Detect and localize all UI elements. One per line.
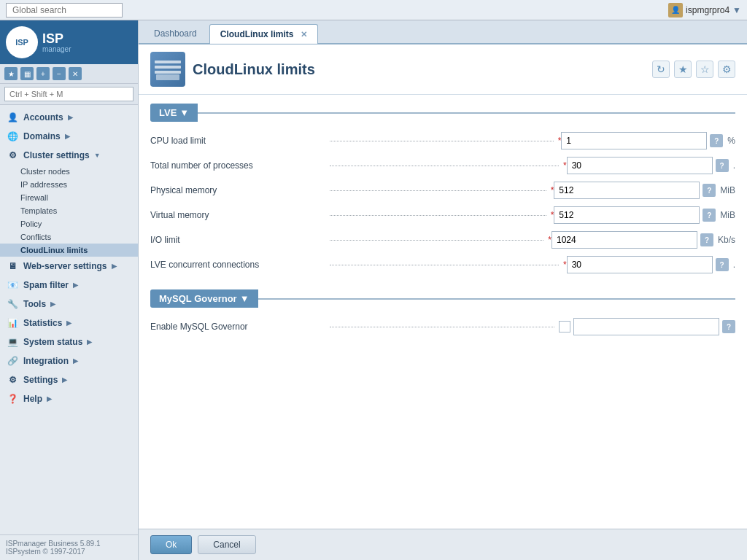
sidebar-subitem-firewall[interactable]: Firewall	[0, 191, 138, 204]
sidebar-nav: 👤 Accounts ▶ 🌐 Domains ▶ ⚙ Cluster setti…	[0, 105, 138, 534]
mysql-help-button[interactable]: ?	[722, 320, 735, 333]
virtual-memory-input[interactable]	[554, 206, 700, 224]
toolbar-close-icon[interactable]: ✕	[69, 67, 82, 80]
cpu-help-button[interactable]: ?	[710, 134, 723, 147]
page-header-left: CloudLinux limits	[150, 52, 315, 87]
io-help-button[interactable]: ?	[700, 233, 713, 246]
virtual-unit: MiB	[720, 210, 735, 220]
enable-mysql-input-wrap: ?	[559, 318, 735, 335]
sidebar-subitem-templates[interactable]: Templates	[0, 204, 138, 217]
cancel-button[interactable]: Cancel	[198, 535, 255, 554]
form-row-physical-memory: Physical memory * ? MiB	[150, 182, 735, 199]
cpu-load-limit-input[interactable]	[561, 132, 707, 149]
sidebar-item-tools[interactable]: 🔧 Tools ▶	[0, 295, 138, 314]
mysql-section: MySQL Governor ▼ Enable MySQL Governor ?	[139, 289, 747, 351]
cluster-settings-arrow: ▼	[94, 152, 101, 159]
tab-cloudlinux-limits[interactable]: CloudLinux limits ✕	[209, 24, 318, 44]
sidebar-search-input[interactable]	[4, 87, 133, 101]
sidebar-item-cluster-settings[interactable]: ⚙ Cluster settings ▼	[0, 146, 138, 165]
domains-arrow: ▶	[65, 133, 70, 140]
logo-brand: ISP	[42, 32, 71, 45]
mysql-title-button[interactable]: MySQL Governor ▼	[150, 289, 258, 308]
logo-circle: ISP	[6, 26, 38, 58]
tab-close-icon[interactable]: ✕	[301, 30, 307, 39]
sidebar-subitem-cloudlinux-limits[interactable]: CloudLinux limits	[0, 244, 138, 257]
virtual-help-button[interactable]: ?	[703, 209, 716, 222]
sidebar-item-help[interactable]: ❓ Help ▶	[0, 389, 138, 408]
processes-help-button[interactable]: ?	[716, 159, 729, 172]
sidebar-item-accounts[interactable]: 👤 Accounts ▶	[0, 108, 138, 127]
lve-connections-dots	[330, 265, 559, 265]
sidebar: ISP ISP manager ★ ▦ + − ✕ 👤 Accounts ▶	[0, 20, 139, 560]
enable-mysql-checkbox[interactable]	[559, 321, 570, 332]
lve-connections-label: LVE concurrent connections	[150, 260, 325, 270]
physical-unit: MiB	[720, 185, 735, 195]
settings-icon: ⚙	[6, 373, 19, 386]
top-bar-right: 👤 ispmgrpro4 ▼	[668, 3, 741, 18]
refresh-button[interactable]: ↻	[652, 61, 670, 78]
sidebar-item-label-statistics: Statistics	[23, 318, 62, 328]
tools-icon: 🔧	[6, 298, 19, 311]
page-header: CloudLinux limits ↻ ★ ☆ ⚙	[139, 44, 747, 95]
sidebar-item-spam-filter[interactable]: 📧 Spam filter ▶	[0, 276, 138, 295]
sidebar-item-settings[interactable]: ⚙ Settings ▶	[0, 370, 138, 389]
form-row-lve-connections: LVE concurrent connections * ? .	[150, 256, 735, 273]
toolbar-remove-icon[interactable]: −	[53, 67, 66, 80]
tab-dashboard[interactable]: Dashboard	[143, 23, 208, 43]
toolbar-star-icon[interactable]: ★	[4, 67, 18, 80]
sidebar-item-system-status[interactable]: 💻 System status ▶	[0, 332, 138, 351]
io-limit-dots	[330, 240, 543, 241]
tab-cloudlinux-label: CloudLinux limits	[220, 29, 294, 39]
mysql-dropdown-arrow: ▼	[240, 293, 249, 304]
page-settings-button[interactable]: ⚙	[718, 61, 735, 78]
top-bar: 👤 ispmgrpro4 ▼	[0, 0, 747, 20]
system-status-icon: 💻	[6, 335, 19, 349]
ok-button[interactable]: Ok	[150, 535, 192, 554]
sidebar-subitem-policy[interactable]: Policy	[0, 217, 138, 230]
svg-rect-3	[156, 74, 179, 80]
sidebar-item-domains[interactable]: 🌐 Domains ▶	[0, 127, 138, 146]
sidebar-item-statistics[interactable]: 📊 Statistics ▶	[0, 314, 138, 332]
domains-icon: 🌐	[6, 130, 19, 143]
svg-rect-2	[155, 71, 181, 74]
toolbar-add-icon[interactable]: +	[36, 67, 50, 80]
virtual-memory-dots	[330, 215, 546, 216]
lve-section-wrapper: LVE ▼ CPU load limit * ? %	[139, 95, 747, 289]
integration-arrow: ▶	[73, 357, 78, 365]
cloudlinux-icon	[153, 55, 182, 84]
spam-filter-arrow: ▶	[73, 281, 78, 289]
tab-dashboard-label: Dashboard	[154, 28, 197, 39]
integration-icon: 🔗	[6, 354, 19, 368]
web-server-icon: 🖥	[6, 260, 19, 273]
footer-line2: ISPsystem © 1997-2017	[6, 548, 132, 556]
form-row-total-processes: Total number of processes * ? .	[150, 157, 735, 174]
accounts-icon: 👤	[6, 111, 19, 124]
sidebar-item-label-system-status: System status	[23, 337, 82, 347]
sidebar-subitem-cluster-nodes[interactable]: Cluster nodes	[0, 165, 138, 178]
lve-connections-help-button[interactable]: ?	[716, 258, 729, 271]
physical-memory-input[interactable]	[554, 182, 700, 199]
io-limit-input-wrap: ? Kb/s	[551, 231, 735, 249]
sidebar-item-integration[interactable]: 🔗 Integration ▶	[0, 351, 138, 370]
io-limit-label: I/O limit	[150, 235, 325, 245]
user-menu-arrow[interactable]: ▼	[732, 5, 741, 15]
sidebar-subitem-ip-addresses[interactable]: IP addresses	[0, 178, 138, 191]
processes-unit: .	[733, 160, 735, 171]
bookmark-outline-button[interactable]: ☆	[696, 61, 713, 78]
page-title: CloudLinux limits	[193, 61, 315, 78]
total-processes-label: Total number of processes	[150, 160, 325, 171]
cpu-load-limit-label: CPU load limit	[150, 136, 325, 146]
sidebar-item-web-server-settings[interactable]: 🖥 Web-server settings ▶	[0, 257, 138, 276]
global-search-input[interactable]	[6, 3, 123, 18]
lve-connections-input[interactable]	[567, 256, 713, 273]
form-row-cpu-load-limit: CPU load limit * ? %	[150, 132, 735, 149]
logo-sub: manager	[42, 45, 71, 53]
sidebar-subitem-conflicts[interactable]: Conflicts	[0, 230, 138, 244]
bookmark-button[interactable]: ★	[674, 61, 692, 78]
lve-title-button[interactable]: LVE ▼	[150, 104, 198, 122]
physical-help-button[interactable]: ?	[703, 184, 716, 197]
total-processes-input[interactable]	[567, 157, 713, 174]
accounts-arrow: ▶	[68, 114, 73, 121]
io-limit-input[interactable]	[551, 231, 697, 249]
toolbar-box-icon[interactable]: ▦	[20, 67, 34, 80]
